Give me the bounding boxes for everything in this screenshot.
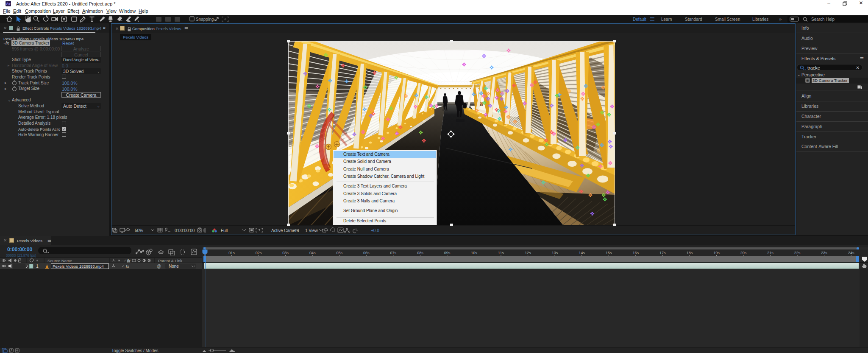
svg-text:Learn: Learn (661, 17, 672, 22)
svg-text:1: 1 (36, 263, 39, 269)
svg-text:Search Help: Search Help (811, 17, 835, 22)
svg-text:02s: 02s (256, 251, 262, 255)
svg-text:+0.0: +0.0 (371, 228, 379, 233)
svg-text:Snapping: Snapping (196, 17, 214, 22)
svg-text:10s: 10s (471, 251, 477, 255)
svg-text:20s: 20s (740, 251, 747, 255)
svg-text:Pexels Videos 1826893.mp4: Pexels Videos 1826893.mp4 (53, 264, 104, 269)
svg-text:12s: 12s (525, 251, 531, 255)
svg-text:Parent & Link: Parent & Link (158, 258, 182, 263)
svg-text:1 View: 1 View (305, 228, 318, 233)
svg-text:15s: 15s (606, 251, 612, 255)
svg-text:Source Name: Source Name (47, 258, 72, 263)
svg-text:Standard: Standard (685, 17, 702, 22)
svg-text:17s: 17s (659, 251, 666, 255)
svg-text:16s: 16s (633, 251, 639, 255)
svg-text:05s: 05s (337, 251, 343, 255)
svg-text:14s: 14s (579, 251, 585, 255)
svg-text:09s: 09s (444, 251, 451, 255)
svg-text:Active Camera: Active Camera (271, 228, 299, 233)
svg-text:19s: 19s (713, 251, 720, 255)
svg-text:08s: 08s (417, 251, 423, 255)
svg-text:»: » (779, 17, 782, 22)
svg-text:Libraries: Libraries (752, 17, 768, 22)
svg-text:23s: 23s (821, 251, 827, 255)
svg-text:11s: 11s (498, 251, 504, 255)
svg-text:01s: 01s (228, 251, 235, 255)
svg-text:50%: 50% (135, 228, 143, 233)
svg-text:07s: 07s (390, 251, 397, 255)
svg-text:13s: 13s (552, 251, 558, 255)
svg-text:Small Screen: Small Screen (715, 17, 740, 22)
svg-text:None: None (169, 264, 179, 269)
svg-text:fx: fx (126, 264, 130, 269)
svg-text:@: @ (157, 264, 161, 269)
svg-text:06s: 06s (363, 251, 370, 255)
svg-text:Default: Default (633, 17, 646, 22)
svg-text:0:00:00:00: 0:00:00:00 (175, 228, 195, 233)
svg-text:22s: 22s (794, 251, 801, 255)
svg-text:fx: fx (127, 259, 131, 263)
svg-text:04s: 04s (309, 251, 316, 255)
svg-text:21s: 21s (767, 251, 773, 255)
svg-text:24s: 24s (848, 251, 854, 255)
svg-text:18s: 18s (687, 251, 693, 255)
svg-text:Toggle Switches / Modes: Toggle Switches / Modes (111, 348, 159, 353)
svg-text:03s: 03s (282, 251, 289, 255)
svg-text:Full: Full (221, 228, 228, 233)
